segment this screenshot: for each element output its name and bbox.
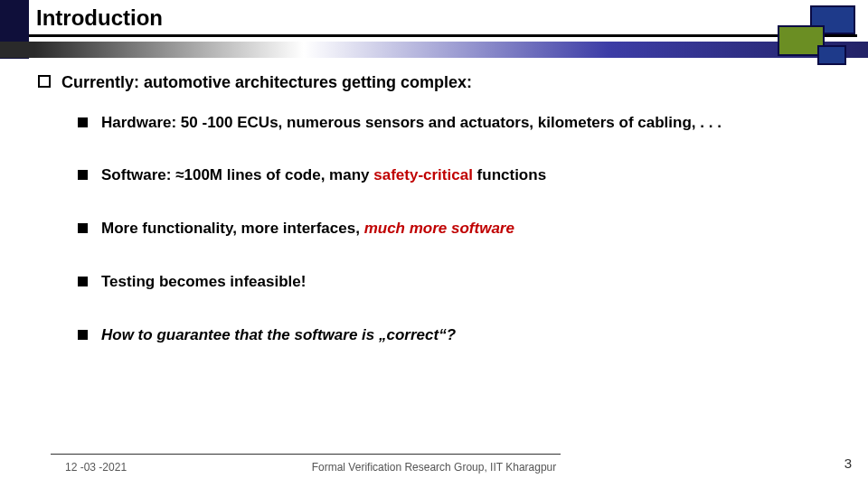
bullet-level2: Testing becomes infeasible! bbox=[78, 272, 839, 293]
bullet-level2: How to guarantee that the software is „c… bbox=[78, 325, 839, 346]
bullet-level1-text: Currently: automotive architectures gett… bbox=[61, 73, 472, 91]
bullet-level1: Currently: automotive architectures gett… bbox=[38, 72, 839, 93]
bullet-level2: Hardware: 50 -100 ECUs, numerous sensors… bbox=[78, 113, 839, 134]
filled-square-bullet-icon bbox=[78, 330, 88, 340]
bullet-text-highlight: safety-critical bbox=[373, 166, 473, 183]
decor-square-small-blue bbox=[817, 45, 846, 65]
bullet-text-pre: More functionality, more interfaces, bbox=[101, 220, 364, 237]
bullet-level2: Software: ≈100M lines of code, many safe… bbox=[78, 165, 839, 186]
filled-square-bullet-icon bbox=[78, 223, 88, 233]
filled-square-bullet-icon bbox=[78, 117, 88, 127]
hollow-square-bullet-icon bbox=[38, 75, 51, 88]
bullet-text: Hardware: 50 -100 ECUs, numerous sensors… bbox=[101, 114, 722, 131]
filled-square-bullet-icon bbox=[78, 170, 88, 180]
gradient-bar bbox=[0, 42, 868, 58]
title-underline bbox=[29, 34, 857, 37]
slide-body: Currently: automotive architectures gett… bbox=[38, 72, 839, 448]
bullet-text-pre: Software: ≈100M lines of code, many bbox=[101, 166, 373, 183]
slide-footer: 12 -03 -2021 Formal Verification Researc… bbox=[0, 454, 868, 479]
slide-title: Introduction bbox=[36, 5, 163, 31]
bullet-text: How to guarantee that the software is „c… bbox=[101, 326, 456, 343]
footer-center-text: Formal Verification Research Group, IIT … bbox=[0, 461, 868, 474]
filled-square-bullet-icon bbox=[78, 277, 88, 286]
footer-page-number: 3 bbox=[844, 455, 852, 471]
slide: Introduction Currently: automotive archi… bbox=[0, 0, 868, 488]
bullet-text: Testing becomes infeasible! bbox=[101, 273, 306, 290]
bullet-level2: More functionality, more interfaces, muc… bbox=[78, 219, 839, 239]
bullet-text-post: functions bbox=[473, 166, 546, 183]
footer-divider bbox=[51, 454, 561, 455]
bullet-text-highlight: much more software bbox=[364, 220, 514, 237]
